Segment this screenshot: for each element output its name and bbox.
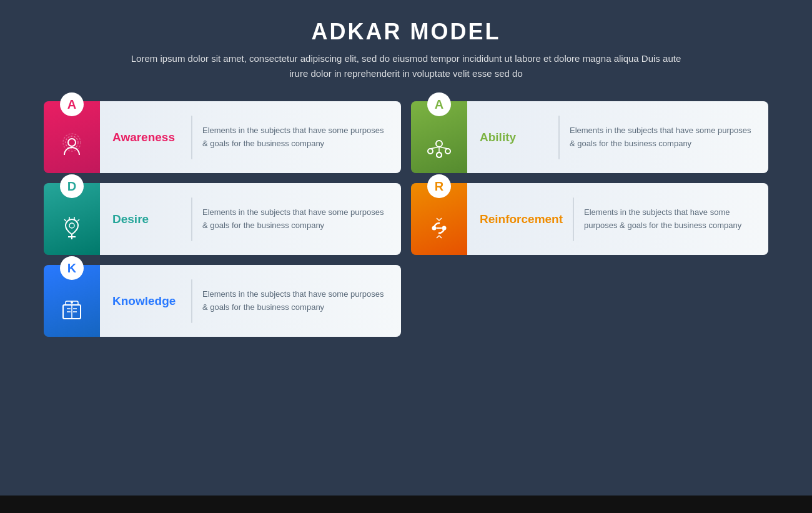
desire-icon xyxy=(58,207,86,249)
bottom-bar xyxy=(0,496,812,513)
knowledge-divider xyxy=(191,279,192,323)
desire-divider xyxy=(191,197,192,241)
awareness-icon-block: A xyxy=(44,101,100,173)
knowledge-label: Knowledge xyxy=(112,294,181,308)
svg-point-3 xyxy=(436,141,442,147)
reinforcement-icon-block: R xyxy=(411,183,467,255)
ability-divider xyxy=(558,116,560,159)
ability-desc: Elements in the subjects that have some … xyxy=(570,124,758,151)
svg-line-16 xyxy=(64,219,66,221)
knowledge-icon xyxy=(58,289,86,331)
svg-point-31 xyxy=(71,301,73,304)
awareness-desc: Elements in the subjects that have some … xyxy=(202,124,391,151)
desire-label: Desire xyxy=(112,212,181,226)
awareness-label: Awareness xyxy=(112,131,181,144)
knowledge-card: K Knowledge Elements in the subjects tha… xyxy=(44,265,401,337)
desire-icon-block: D xyxy=(44,183,100,255)
svg-point-0 xyxy=(68,139,76,146)
adkar-grid: A Awareness Elements in the subjects tha… xyxy=(44,101,768,337)
awareness-icon xyxy=(58,125,86,167)
awareness-letter: A xyxy=(60,92,84,116)
knowledge-icon-block: K xyxy=(44,265,100,337)
awareness-content: Awareness Elements in the subjects that … xyxy=(100,101,401,173)
reinforcement-icon xyxy=(425,207,453,249)
reinforcement-label: Reinforcement xyxy=(480,212,563,226)
ability-card: A Ability Elements in the subjects that … xyxy=(411,101,768,173)
page-subtitle: Lorem ipsum dolor sit amet, consectetur … xyxy=(125,51,687,81)
desire-content: Desire Elements in the subjects that hav… xyxy=(100,183,401,255)
svg-line-7 xyxy=(430,147,439,149)
desire-letter: D xyxy=(60,174,84,198)
ability-label: Ability xyxy=(480,131,548,144)
svg-point-11 xyxy=(69,223,74,228)
reinforcement-card: R Reinforcement Elements in the subjects xyxy=(411,183,768,255)
ability-letter: A xyxy=(427,92,451,116)
ability-icon-block: A xyxy=(411,101,467,173)
reinforcement-letter: R xyxy=(427,174,451,198)
svg-point-10 xyxy=(437,152,442,157)
awareness-divider xyxy=(191,116,192,159)
svg-line-8 xyxy=(439,147,448,149)
knowledge-desc: Elements in the subjects that have some … xyxy=(202,288,391,314)
reinforcement-content: Reinforcement Elements in the subjects t… xyxy=(467,183,768,255)
svg-line-22 xyxy=(439,236,442,238)
knowledge-letter: K xyxy=(60,256,84,280)
ability-icon xyxy=(425,125,453,167)
svg-point-5 xyxy=(445,149,450,154)
ability-content: Ability Elements in the subjects that ha… xyxy=(467,101,768,173)
reinforcement-divider xyxy=(573,197,574,241)
svg-line-24 xyxy=(439,218,442,221)
svg-point-19 xyxy=(442,226,447,230)
svg-line-21 xyxy=(437,236,439,238)
desire-card: D Desire Elements in the subjects that h… xyxy=(44,183,401,255)
knowledge-content: Knowledge Elements in the subjects that … xyxy=(100,265,401,337)
svg-line-23 xyxy=(437,218,439,221)
svg-point-18 xyxy=(432,226,437,230)
reinforcement-desc: Elements in the subjects that have some … xyxy=(584,206,758,232)
page-title: ADKAR MODEL xyxy=(312,19,501,45)
svg-line-17 xyxy=(77,219,79,221)
svg-point-4 xyxy=(428,149,433,154)
awareness-card: A Awareness Elements in the subjects tha… xyxy=(44,101,401,173)
desire-desc: Elements in the subjects that have some … xyxy=(202,206,391,232)
